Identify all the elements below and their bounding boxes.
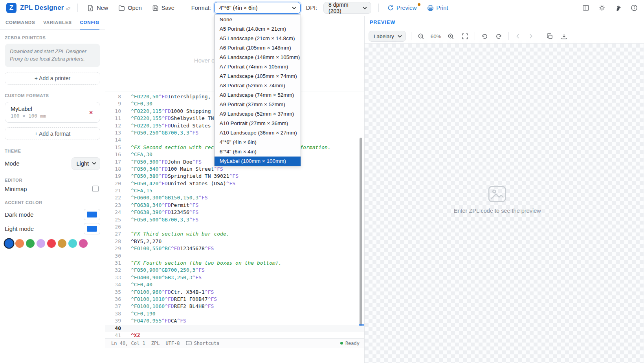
line-number: 31	[105, 260, 121, 267]
code-line[interactable]: 22^FO600,300^GB150,150,3^FS	[105, 194, 364, 201]
status-text: Ready	[345, 341, 360, 346]
delete-format-button[interactable]: ×	[88, 108, 94, 116]
accent-color-swatch[interactable]	[15, 239, 24, 248]
line-content: ^FO50,420^FDUnited States (USA)^FS	[131, 180, 235, 187]
code-line[interactable]: 25^FO50,500^GB700,3,3^FS	[105, 216, 364, 223]
code-line[interactable]: 29^FO100,550^BC^FD12345678^FS	[105, 245, 364, 252]
format-menu-item[interactable]: A7 Portrait (74mm × 105mm)	[215, 62, 301, 72]
tab-config[interactable]: CONFIG	[80, 16, 99, 29]
download-button[interactable]	[560, 32, 569, 41]
add-printer-button[interactable]: + Add a printer	[5, 72, 100, 85]
zebra-link-button[interactable]	[615, 4, 622, 11]
format-select[interactable]: 4"*6" (4in × 6in)	[214, 2, 301, 14]
tab-variables[interactable]: VARIABLES	[43, 16, 72, 29]
code-line[interactable]: 27^FX Third section with bar code.	[105, 230, 364, 238]
open-button[interactable]: Open	[116, 3, 144, 13]
code-line[interactable]: 28^BY5,2,270	[105, 238, 364, 245]
next-label-button[interactable]	[527, 32, 535, 40]
line-number: 18	[105, 166, 121, 173]
format-menu-item[interactable]: 4"*6" (4in × 6in)	[215, 138, 301, 147]
new-button[interactable]: New	[85, 3, 110, 13]
tab-commands[interactable]: COMMANDS	[6, 16, 35, 29]
code-line[interactable]: 20^FO50,420^FDUnited States (USA)^FS	[105, 180, 364, 187]
light-mode-accent-button[interactable]	[84, 223, 100, 234]
format-menu-item[interactable]: A8 Portrait (52mm × 74mm)	[215, 81, 301, 90]
format-menu-item[interactable]: A9 Landscape (52mm × 37mm)	[215, 109, 301, 119]
mode-select[interactable]: Light	[72, 157, 100, 170]
code-line[interactable]: 41^XZ	[105, 332, 364, 338]
toggle-panel-button[interactable]	[582, 4, 589, 11]
line-content: ^FO50,300^FDJohn Doe^FS	[131, 158, 202, 166]
save-button[interactable]: Save	[150, 3, 177, 13]
code-line[interactable]: 35^FO100,960^FDCtr. X34B-1^FS	[105, 289, 364, 296]
code-line[interactable]: 40	[105, 325, 364, 332]
engine-select[interactable]: Labelary	[369, 31, 406, 42]
copy-button[interactable]	[545, 32, 554, 41]
code-line[interactable]: 19^FO50,380^FDSpringfield TN 39021^FS	[105, 173, 364, 180]
folder-icon	[118, 5, 125, 11]
code-line[interactable]: 24^FO638,390^FD123456^FS	[105, 209, 364, 216]
dpi-select[interactable]: 8 dpmm (203)	[323, 2, 371, 14]
code-line[interactable]: 36^FO100,1010^FDREF1 F00B47^FS	[105, 296, 364, 303]
preview-button[interactable]: Preview	[386, 3, 418, 13]
code-line[interactable]: 23^FO638,340^FDPermit^FS	[105, 202, 364, 209]
format-menu-item[interactable]: MyLabel (100mm × 100mm)	[215, 157, 301, 166]
editor-scrollbar-thumb[interactable]	[360, 138, 362, 326]
code-line[interactable]: 38^CF0,190	[105, 310, 364, 317]
code-line[interactable]: 34^CF0,40	[105, 281, 364, 288]
accent-color-swatch[interactable]	[5, 239, 13, 248]
accent-color-swatch[interactable]	[79, 239, 88, 248]
minimap-checkbox[interactable]	[92, 186, 99, 192]
code-line[interactable]: 26	[105, 223, 364, 230]
accent-color-swatch[interactable]	[47, 239, 56, 248]
accent-color-swatch[interactable]	[26, 239, 35, 248]
code-line[interactable]: 30	[105, 252, 364, 260]
code-line[interactable]: 18^FO50,340^FD100 Main Street^FS	[105, 166, 364, 173]
zoom-in-button[interactable]	[446, 32, 455, 41]
format-menu-item[interactable]: A5 Portrait (14.8cm × 21cm)	[215, 24, 301, 34]
code-line[interactable]: 39^FO470,955^FDCA^FS	[105, 317, 364, 324]
preview-toolbar: Labelary 60%	[365, 29, 644, 44]
code-line[interactable]: 31^FX Fourth section (the two boxes on t…	[105, 260, 364, 267]
code-line[interactable]: 37^FO100,1060^FDREF2 BL4H8^FS	[105, 303, 364, 310]
format-menu-item[interactable]: A5 Landscape (21cm × 14.8cm)	[215, 34, 301, 43]
fullscreen-button[interactable]	[461, 32, 470, 41]
dark-mode-accent-button[interactable]	[84, 209, 100, 220]
format-menu-item[interactable]: A7 Landscape (105mm × 74mm)	[215, 72, 301, 81]
line-number: 19	[105, 173, 121, 180]
zoom-out-button[interactable]	[416, 32, 426, 41]
language-indicator[interactable]: ZPL	[151, 341, 160, 346]
format-menu-item[interactable]: 6"*4" (6in × 4in)	[215, 147, 301, 157]
line-number: 36	[105, 296, 121, 303]
shortcuts-button[interactable]: Shortcuts	[186, 341, 220, 346]
format-menu-item[interactable]: A6 Portrait (105mm × 148mm)	[215, 43, 301, 53]
about-button[interactable]	[631, 4, 638, 11]
theme-mode-row: Mode Light	[5, 157, 100, 170]
code-line[interactable]: 21^CFA,15	[105, 187, 364, 194]
line-content: ^FO638,390^FD123456^FS	[131, 209, 198, 216]
undo-button[interactable]	[480, 32, 489, 41]
line-content: ^FO50,900^GB700,250,3^FS	[131, 267, 205, 274]
format-menu-item[interactable]: A10 Landscape (36mm × 27mm)	[215, 128, 301, 138]
custom-format-card[interactable]: MyLabel 100 × 100 mm ×	[5, 102, 100, 123]
redo-button[interactable]	[494, 32, 503, 41]
format-menu-item[interactable]: None	[215, 15, 301, 24]
format-menu-item[interactable]: A6 Landscape (148mm × 105mm)	[215, 53, 301, 62]
line-content: ^CF0,190	[131, 310, 156, 317]
encoding-indicator[interactable]: UTF-8	[165, 341, 180, 346]
preview-panel: PREVIEW Labelary 60%	[365, 16, 644, 363]
accent-color-swatch[interactable]	[58, 239, 66, 248]
code-line[interactable]: 32^FO50,900^GB700,250,3^FS	[105, 267, 364, 274]
accent-color-swatch[interactable]	[37, 239, 45, 248]
add-format-button[interactable]: + Add a format	[5, 127, 100, 140]
theme-toggle-button[interactable]	[598, 4, 605, 11]
format-menu-item[interactable]: A8 Landscape (74mm × 52mm)	[215, 90, 301, 100]
dark-mode-accent-row: Dark mode	[5, 209, 100, 220]
print-button[interactable]: Print	[426, 3, 450, 13]
accent-color-swatch[interactable]	[68, 239, 77, 248]
code-line[interactable]: 33^FO400,900^GB3,250,3^FS	[105, 274, 364, 281]
custom-format-info: MyLabel 100 × 100 mm	[11, 106, 46, 119]
format-menu-item[interactable]: A10 Portrait (27mm × 36mm)	[215, 119, 301, 128]
previous-label-button[interactable]	[514, 32, 522, 40]
format-menu-item[interactable]: A9 Portrait (37mm × 52mm)	[215, 100, 301, 109]
